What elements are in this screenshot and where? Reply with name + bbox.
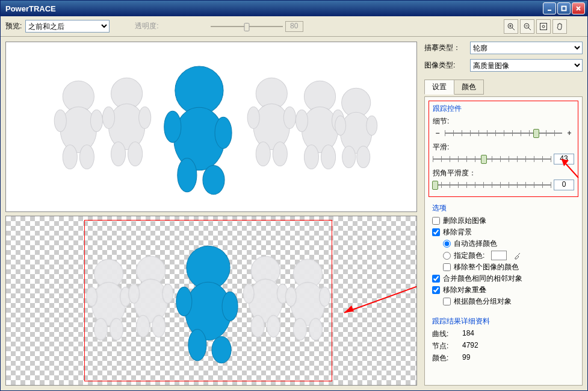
colors-value: 99 <box>462 353 575 363</box>
svg-point-43 <box>357 146 370 167</box>
svg-point-29 <box>283 107 296 128</box>
trace-type-label: 描摹类型： <box>424 43 466 53</box>
results-title: 跟踪结果详细资料 <box>432 316 575 327</box>
toolbar: 预览: 之前和之后 透明度: 80 <box>1 16 587 37</box>
smooth-label: 平滑: <box>433 142 574 152</box>
svg-rect-1 <box>562 7 566 11</box>
detail-label: 细节: <box>433 116 574 127</box>
detail-slider[interactable] <box>445 128 562 139</box>
opacity-label: 透明度: <box>135 21 158 31</box>
remove-whole-color-checkbox[interactable] <box>443 263 451 271</box>
svg-point-40 <box>335 116 346 135</box>
minus-icon[interactable]: − <box>433 129 442 137</box>
titlebar: PowerTRACE <box>1 1 587 16</box>
results-group: 跟踪结果详细资料 曲线: 184 节点: 4792 颜色: 99 <box>429 314 578 366</box>
corner-label: 拐角平滑度： <box>433 168 574 178</box>
pan-icon[interactable] <box>552 19 567 34</box>
svg-point-12 <box>542 25 545 28</box>
powertrace-window: PowerTRACE 预览: 之前和之后 透明度: 80 <box>0 0 588 391</box>
svg-point-28 <box>247 107 259 128</box>
before-preview[interactable] <box>5 42 417 212</box>
svg-point-49 <box>203 166 224 195</box>
svg-point-30 <box>256 142 270 166</box>
svg-point-27 <box>253 104 289 149</box>
color-swatch[interactable] <box>491 251 507 260</box>
auto-color-radio[interactable] <box>443 240 451 248</box>
svg-point-22 <box>102 107 114 128</box>
svg-point-36 <box>304 145 318 169</box>
svg-point-15 <box>60 107 96 152</box>
zoom-in-icon[interactable] <box>504 19 518 34</box>
smooth-slider[interactable] <box>433 154 551 164</box>
tab-bar: 设置 颜色 <box>424 79 583 94</box>
curves-label: 曲线: <box>432 329 462 339</box>
nodes-label: 节点: <box>432 341 462 351</box>
svg-point-16 <box>54 110 66 131</box>
group-by-color-checkbox[interactable] <box>443 298 451 305</box>
maximize-button[interactable] <box>557 2 571 14</box>
tab-settings[interactable]: 设置 <box>424 80 454 95</box>
svg-point-39 <box>341 112 372 153</box>
svg-point-31 <box>273 142 287 166</box>
svg-line-9 <box>528 28 531 30</box>
image-type-select[interactable]: 高质量图像 <box>470 59 583 72</box>
merge-adjacent-checkbox[interactable] <box>432 275 440 283</box>
svg-point-19 <box>79 145 94 169</box>
opacity-slider <box>211 21 283 32</box>
eyedropper-icon[interactable] <box>512 250 523 261</box>
delete-original-checkbox[interactable] <box>432 217 440 225</box>
plus-icon[interactable]: + <box>565 129 574 137</box>
tracking-title: 跟踪控件 <box>433 104 574 114</box>
preview-select[interactable]: 之前和之后 <box>25 20 110 33</box>
svg-point-21 <box>108 104 144 149</box>
svg-point-48 <box>178 158 197 192</box>
svg-point-23 <box>139 107 151 128</box>
selection-frame <box>84 220 332 382</box>
svg-point-33 <box>302 107 338 152</box>
svg-point-46 <box>164 111 181 142</box>
settings-panel: 描摹类型： 轮廓 图像类型: 高质量图像 设置 颜色 跟踪控件 细节: − <box>422 37 587 390</box>
svg-point-47 <box>215 117 232 148</box>
tracking-controls-group: 跟踪控件 细节: − + 平滑: 43 拐角平滑度： 0 <box>429 101 578 197</box>
trace-type-select[interactable]: 轮廓 <box>470 42 583 54</box>
zoom-out-icon[interactable] <box>520 19 534 34</box>
curves-value: 184 <box>462 329 575 339</box>
svg-point-17 <box>90 110 102 131</box>
svg-point-42 <box>342 146 356 167</box>
svg-point-24 <box>111 142 126 166</box>
corner-value[interactable]: 0 <box>554 180 574 190</box>
remove-overlap-checkbox[interactable] <box>432 286 440 294</box>
after-preview[interactable] <box>5 216 417 386</box>
window-title: PowerTRACE <box>3 4 542 13</box>
remove-bg-checkbox[interactable] <box>432 228 440 236</box>
svg-point-37 <box>321 145 336 169</box>
smooth-value[interactable]: 43 <box>554 154 574 164</box>
opacity-value: 80 <box>285 21 303 32</box>
close-button[interactable] <box>572 2 585 14</box>
zoom-fit-icon[interactable] <box>536 19 551 34</box>
svg-point-41 <box>367 116 377 135</box>
svg-point-18 <box>63 145 77 169</box>
original-image <box>6 42 416 211</box>
colors-label: 颜色: <box>432 353 462 363</box>
svg-point-34 <box>296 110 308 131</box>
tab-color[interactable]: 颜色 <box>454 80 484 95</box>
specify-color-radio[interactable] <box>443 252 451 260</box>
tab-panel: 跟踪控件 细节: − + 平滑: 43 拐角平滑度： 0 <box>424 96 583 386</box>
preview-label: 预览: <box>5 21 22 31</box>
image-type-label: 图像类型: <box>424 60 466 70</box>
preview-pane <box>1 37 422 390</box>
svg-line-5 <box>512 28 515 30</box>
corner-slider[interactable] <box>433 180 551 190</box>
minimize-button[interactable] <box>543 2 556 14</box>
options-group: 选项 删除原始图像 移除背景 自动选择颜色 指定颜色: 移除整个图像的颜色 合并… <box>429 201 578 310</box>
content-area: 描摹类型： 轮廓 图像类型: 高质量图像 设置 颜色 跟踪控件 细节: − <box>1 37 587 390</box>
nodes-value: 4792 <box>462 341 575 351</box>
svg-rect-11 <box>540 23 547 30</box>
svg-point-25 <box>128 142 143 166</box>
options-title: 选项 <box>432 203 575 213</box>
